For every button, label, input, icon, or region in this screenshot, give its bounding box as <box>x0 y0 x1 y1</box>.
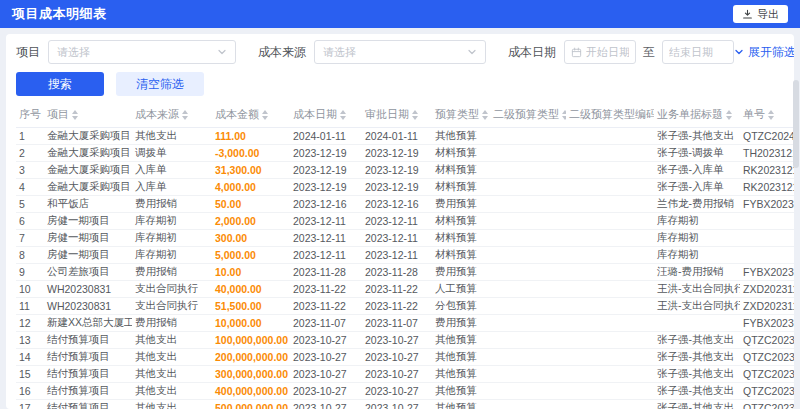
table-row: 1金融大厦采购项目其他支出111.002024-01-112024-01-11其… <box>16 128 794 145</box>
table-cell: 张子强-其他支出 <box>654 383 740 400</box>
table-cell: 其他支出 <box>132 400 212 409</box>
sort-icon[interactable] <box>340 110 346 120</box>
table-cell: 房健一期项目 <box>44 247 132 264</box>
table-cell: 支出合同执行 <box>132 281 212 298</box>
sort-icon[interactable] <box>72 110 78 120</box>
date-end-input[interactable] <box>669 46 727 58</box>
sort-icon[interactable] <box>482 110 488 120</box>
table-cell: 2023-12-16 <box>290 196 362 213</box>
table-cell: 13 <box>16 332 44 349</box>
table-cell: 2023-10-27 <box>362 366 432 383</box>
sort-icon[interactable] <box>182 110 188 120</box>
table-cell: QTZC20231027002 <box>740 332 794 349</box>
source-select[interactable]: 请选择 <box>314 40 486 64</box>
column-header[interactable]: 二级预算类型 <box>490 102 566 128</box>
source-select-placeholder: 请选择 <box>323 45 356 60</box>
table-row: 12新建XX总部大厦工程二期费用报销10,000.002023-11-07202… <box>16 315 794 332</box>
table-cell <box>490 230 566 247</box>
expand-filter-link[interactable]: 展开筛选 <box>734 44 794 61</box>
table-cell: 17 <box>16 400 44 409</box>
table-row: 17结付预算项目其他支出500,000,000.002023-10-272023… <box>16 400 794 409</box>
table-cell: 张子强-其他支出 <box>654 332 740 349</box>
table-cell: 张子强-其他支出 <box>654 349 740 366</box>
table-cell <box>490 349 566 366</box>
column-header[interactable]: 二级预算类型编码 <box>566 102 654 128</box>
table-cell: 2023-10-27 <box>290 383 362 400</box>
table-cell: 2023-11-22 <box>290 281 362 298</box>
sort-icon[interactable] <box>726 110 732 120</box>
download-icon <box>742 9 753 20</box>
table-cell: 12 <box>16 315 44 332</box>
export-button[interactable]: 导出 <box>733 5 788 23</box>
table-cell: 2023-11-28 <box>362 264 432 281</box>
sort-icon[interactable] <box>262 110 268 120</box>
filter-bar: 项目 请选择 成本来源 请选择 成本日期 <box>16 40 784 64</box>
sort-icon[interactable] <box>562 110 566 120</box>
chevron-down-icon <box>734 47 744 57</box>
date-filter-label: 成本日期 <box>508 44 556 61</box>
table-cell: 库存期初 <box>654 213 740 230</box>
table-cell <box>566 145 654 162</box>
column-header[interactable]: 成本日期 <box>290 102 362 128</box>
column-header-label: 业务单据标题 <box>657 107 723 122</box>
table-row: 6房健一期项目库存期初2,000.002023-12-112023-12-11材… <box>16 213 794 230</box>
sort-icon[interactable] <box>768 110 774 120</box>
table-cell: 其他支出 <box>132 349 212 366</box>
table-cell: 7 <box>16 230 44 247</box>
column-header[interactable]: 成本来源 <box>132 102 212 128</box>
column-header[interactable]: 业务单据标题 <box>654 102 740 128</box>
table-row: 3金融大厦采购项目入库单31,300.002023-12-192023-12-1… <box>16 162 794 179</box>
column-header[interactable]: 项目 <box>44 102 132 128</box>
column-header[interactable]: 审批日期 <box>362 102 432 128</box>
table-cell: 张子强-其他支出 <box>654 400 740 409</box>
table-cell <box>566 264 654 281</box>
table-cell: 人工预算 <box>432 281 490 298</box>
table-cell: 公司差旅项目 <box>44 264 132 281</box>
scrollbar-thumb[interactable] <box>793 80 799 168</box>
date-end-box <box>662 40 734 64</box>
cost-table: 序号项目成本来源成本金额成本日期审批日期预算类型二级预算类型二级预算类型编码业务… <box>16 102 784 409</box>
table-cell: 16 <box>16 383 44 400</box>
column-header[interactable]: 预算类型 <box>432 102 490 128</box>
table-cell: 其他预算 <box>432 349 490 366</box>
table-cell: 库存期初 <box>654 230 740 247</box>
column-header-label: 二级预算类型编码 <box>569 107 654 122</box>
table-cell: 51,500.00 <box>212 298 290 315</box>
table-cell <box>490 281 566 298</box>
date-filter: 成本日期 至 <box>508 40 734 64</box>
table-scrollbar[interactable] <box>793 80 799 409</box>
table-row: 15结付预算项目其他支出300,000,000.002023-10-272023… <box>16 366 794 383</box>
sort-icon[interactable] <box>412 110 418 120</box>
clear-filter-button[interactable]: 清空筛选 <box>116 72 204 96</box>
column-header-label: 审批日期 <box>365 107 409 122</box>
table-cell: 张子强-入库单 <box>654 162 740 179</box>
table-cell: 2 <box>16 145 44 162</box>
table-cell: 费用预算 <box>432 315 490 332</box>
table-cell: 库存期初 <box>654 247 740 264</box>
table-row: 4金融大厦采购项目入库单4,000.002023-12-192023-12-19… <box>16 179 794 196</box>
table-cell: 和平饭店 <box>44 196 132 213</box>
table-cell: 50.00 <box>212 196 290 213</box>
table-row: 2金融大厦采购项目调拨单-3,000.002023-12-192023-12-1… <box>16 145 794 162</box>
table-cell: 材料预算 <box>432 230 490 247</box>
search-button[interactable]: 搜索 <box>16 72 104 96</box>
table-cell <box>490 179 566 196</box>
table-cell <box>566 366 654 383</box>
table-row: 13结付预算项目其他支出100,000,000.002023-10-272023… <box>16 332 794 349</box>
project-select[interactable]: 请选择 <box>48 40 236 64</box>
column-header-label: 二级预算类型 <box>493 107 559 122</box>
table-cell <box>740 230 794 247</box>
table-cell: 2023-12-11 <box>290 247 362 264</box>
table-cell: 15 <box>16 366 44 383</box>
table-cell: 2023-12-11 <box>362 230 432 247</box>
table-cell: 库存期初 <box>132 213 212 230</box>
date-start-input[interactable] <box>586 46 629 58</box>
date-separator: 至 <box>643 44 655 61</box>
column-header[interactable]: 成本金额 <box>212 102 290 128</box>
table-cell <box>490 196 566 213</box>
table-cell: 材料预算 <box>432 247 490 264</box>
source-filter-label: 成本来源 <box>258 44 306 61</box>
table-cell: 其他支出 <box>132 128 212 145</box>
column-header[interactable]: 单号 <box>740 102 794 128</box>
table-cell: 40,000.00 <box>212 281 290 298</box>
